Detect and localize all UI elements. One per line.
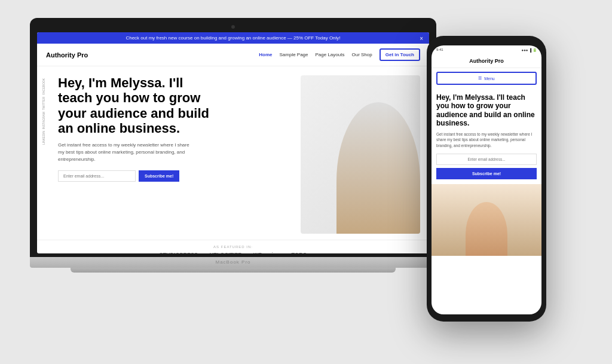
featured-bar: AS FEATURED IN: STUDIOPRESS VELOCITIZE W…	[37, 240, 429, 253]
nav-link-layouts[interactable]: Page Layouts	[316, 52, 345, 57]
featured-label: AS FEATURED IN:	[46, 245, 420, 249]
logo-studiopress: STUDIOPRESS	[160, 252, 198, 253]
hamburger-icon: ☰	[478, 76, 482, 81]
social-linkedin[interactable]: LINKEDIN	[42, 131, 45, 145]
laptop-stand	[71, 268, 396, 273]
phone-status-bar: 9:41 ●●● ▐ 🔋	[432, 45, 541, 54]
hero-subtitle: Get instant free access to my weekly new…	[58, 142, 189, 163]
featured-logos: STUDIOPRESS VELOCITIZE WPengine TORQ	[46, 252, 420, 253]
social-facebook[interactable]: FACEBOOK	[42, 78, 45, 95]
scene: Check out my fresh new course on buildin…	[0, 0, 612, 364]
phone-website: 9:41 ●●● ▐ 🔋 Authority Pro ☰ Menu Hey, I…	[432, 45, 541, 256]
email-input[interactable]	[58, 170, 136, 182]
phone-hero-title: Hey, I'm Melyssa. I'll teach you how to …	[436, 93, 537, 128]
phone-subscribe-button[interactable]: Subscribe me!	[436, 168, 537, 179]
laptop-base	[30, 257, 436, 268]
phone: 9:41 ●●● ▐ 🔋 Authority Pro ☰ Menu Hey, I…	[427, 36, 546, 322]
banner-close-button[interactable]: ×	[420, 35, 423, 41]
laptop-bezel: Check out my fresh new course on buildin…	[30, 18, 436, 257]
hero-title: Hey, I'm Melyssa. I'll teach you how to …	[58, 75, 213, 136]
phone-screen: 9:41 ●●● ▐ 🔋 Authority Pro ☰ Menu Hey, I…	[432, 45, 541, 314]
phone-nav-logo: Authority Pro	[432, 54, 541, 68]
hero-form: Subscribe me!	[58, 170, 301, 182]
hero-image	[301, 75, 420, 234]
hero-content: Hey, I'm Melyssa. I'll teach you how to …	[58, 75, 301, 234]
nav-cta-button[interactable]: Get in Touch	[380, 48, 420, 61]
logo-velocitize: VELOCITIZE	[210, 252, 241, 253]
nav-links: Home Sample Page Page Layouts Our Shop G…	[259, 48, 420, 61]
laptop: Check out my fresh new course on buildin…	[30, 18, 436, 273]
phone-profile-silhouette	[466, 202, 507, 256]
phone-hero-section: Hey, I'm Melyssa. I'll teach you how to …	[432, 88, 541, 184]
nav-link-home[interactable]: Home	[259, 52, 272, 57]
subscribe-button[interactable]: Subscribe me!	[139, 170, 179, 182]
navbar: Authority Pro Home Sample Page Page Layo…	[37, 44, 429, 66]
hero-section: FACEBOOK TWITTER INSTAGRAM LINKEDIN Hey,…	[37, 66, 429, 240]
nav-link-shop[interactable]: Our Shop	[351, 52, 372, 57]
banner-text: Check out my fresh new course on buildin…	[126, 35, 340, 41]
announcement-banner: Check out my fresh new course on buildin…	[37, 32, 429, 44]
logo-torq: TORQ	[292, 252, 307, 253]
nav-link-sample[interactable]: Sample Page	[279, 52, 308, 57]
laptop-website: Check out my fresh new course on buildin…	[37, 32, 429, 253]
phone-time: 9:41	[436, 48, 443, 52]
phone-notch	[466, 36, 507, 45]
menu-label: Menu	[484, 77, 495, 81]
phone-hero-subtitle: Get instant free access to my weekly new…	[436, 131, 537, 149]
social-twitter[interactable]: TWITTER	[42, 97, 45, 110]
social-instagram[interactable]: INSTAGRAM	[42, 112, 45, 129]
phone-email-input[interactable]	[436, 154, 537, 165]
social-bar: FACEBOOK TWITTER INSTAGRAM LINKEDIN	[42, 78, 45, 145]
laptop-camera	[231, 25, 235, 29]
logo-wpengine: WPengine	[253, 252, 280, 253]
laptop-screen: Check out my fresh new course on buildin…	[37, 32, 429, 253]
nav-logo: Authority Pro	[46, 51, 88, 59]
phone-profile-image	[432, 184, 541, 256]
phone-signal: ●●● ▐ 🔋	[522, 48, 537, 52]
phone-menu-button[interactable]: ☰ Menu	[436, 72, 537, 85]
